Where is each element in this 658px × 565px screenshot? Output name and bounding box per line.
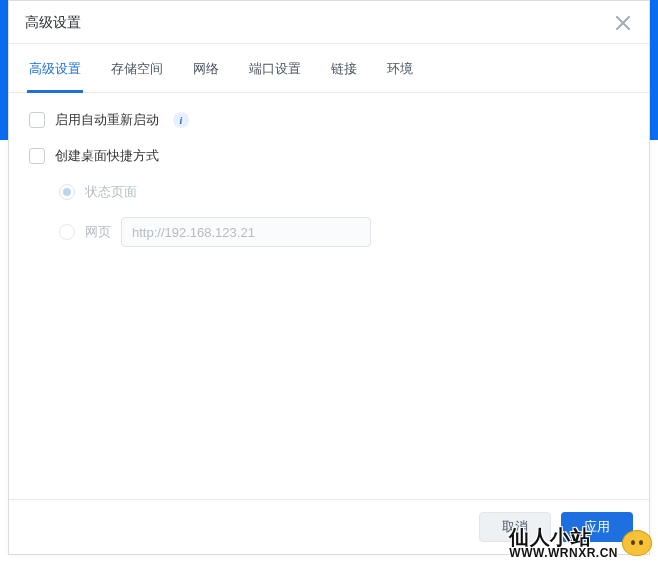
web-page-radio[interactable] (59, 224, 75, 240)
shortcut-subgroup: 状态页面 网页 (29, 183, 629, 247)
close-button[interactable] (613, 13, 633, 33)
desktop-shortcut-label: 创建桌面快捷方式 (55, 147, 159, 165)
tab-env[interactable]: 环境 (385, 50, 415, 93)
status-page-label: 状态页面 (85, 183, 137, 201)
advanced-settings-dialog: 高级设置 高级设置 存储空间 网络 端口设置 链接 环境 启用自动重新启动 i … (8, 0, 650, 555)
desktop-shortcut-row: 创建桌面快捷方式 (29, 147, 629, 165)
tab-storage[interactable]: 存储空间 (109, 50, 165, 93)
web-page-row: 网页 (59, 217, 629, 247)
desktop-shortcut-checkbox[interactable] (29, 148, 45, 164)
tab-network[interactable]: 网络 (191, 50, 221, 93)
tab-bar: 高级设置 存储空间 网络 端口设置 链接 环境 (9, 50, 649, 93)
tab-link[interactable]: 链接 (329, 50, 359, 93)
tab-advanced[interactable]: 高级设置 (27, 50, 83, 93)
info-icon[interactable]: i (173, 112, 189, 128)
auto-restart-label: 启用自动重新启动 (55, 111, 159, 129)
dialog-header: 高级设置 (9, 1, 649, 44)
close-icon (616, 16, 630, 30)
cancel-button[interactable]: 取消 (479, 512, 551, 542)
dialog-footer: 取消 应用 (9, 499, 649, 554)
web-page-url-input[interactable] (121, 217, 371, 247)
status-page-row: 状态页面 (59, 183, 629, 201)
dialog-title: 高级设置 (25, 14, 81, 32)
status-page-radio[interactable] (59, 184, 75, 200)
tab-port[interactable]: 端口设置 (247, 50, 303, 93)
dialog-content: 启用自动重新启动 i 创建桌面快捷方式 状态页面 网页 (9, 93, 649, 499)
auto-restart-row: 启用自动重新启动 i (29, 111, 629, 129)
auto-restart-checkbox[interactable] (29, 112, 45, 128)
apply-button[interactable]: 应用 (561, 512, 633, 542)
web-page-label: 网页 (85, 223, 111, 241)
